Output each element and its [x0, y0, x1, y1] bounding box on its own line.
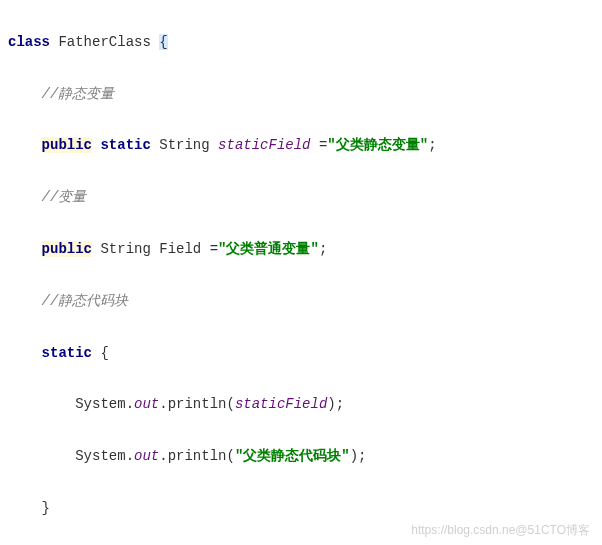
code-line: //静态代码块	[8, 289, 594, 315]
system: System.	[75, 396, 134, 412]
class-name: FatherClass	[50, 34, 159, 50]
code-line: static {	[8, 341, 594, 367]
string-literal: "父类静态变量"	[327, 137, 428, 153]
system: System.	[75, 448, 134, 464]
code-line: class FatherClass {	[8, 30, 594, 56]
code-line: //静态变量	[8, 82, 594, 108]
keyword-class: class	[8, 34, 50, 50]
assign: =	[311, 137, 328, 153]
comment: //变量	[42, 189, 87, 205]
field-static: staticField	[218, 137, 310, 153]
out-field: out	[134, 396, 159, 412]
arg-field: staticField	[235, 396, 327, 412]
semicolon: ;	[319, 241, 327, 257]
println: .println(	[159, 448, 235, 464]
code-line: System.out.println(staticField);	[8, 392, 594, 418]
brace-close: }	[42, 500, 50, 516]
comment: //静态变量	[42, 86, 115, 102]
comment: //静态代码块	[42, 293, 129, 309]
type-string: String	[151, 137, 218, 153]
keyword-static: static	[42, 345, 92, 361]
code-line: //变量	[8, 185, 594, 211]
type-string: String Field =	[92, 241, 218, 257]
line-end: );	[350, 448, 367, 464]
brace-open: {	[92, 345, 109, 361]
keyword-public: public	[42, 137, 92, 153]
out-field: out	[134, 448, 159, 464]
code-line: public String Field ="父类普通变量";	[8, 237, 594, 263]
brace-open: {	[159, 34, 167, 50]
keyword-static: static	[100, 137, 150, 153]
string-literal: "父类静态代码块"	[235, 448, 350, 464]
println: .println(	[159, 396, 235, 412]
keyword-public: public	[42, 241, 92, 257]
semicolon: ;	[428, 137, 436, 153]
code-line: public static String staticField ="父类静态变…	[8, 133, 594, 159]
string-literal: "父类普通变量"	[218, 241, 319, 257]
watermark-text: https://blog.csdn.ne@51CTO博客	[411, 519, 590, 541]
line-end: );	[327, 396, 344, 412]
code-line: System.out.println("父类静态代码块");	[8, 444, 594, 470]
code-block: class FatherClass { //静态变量 public static…	[8, 4, 594, 545]
